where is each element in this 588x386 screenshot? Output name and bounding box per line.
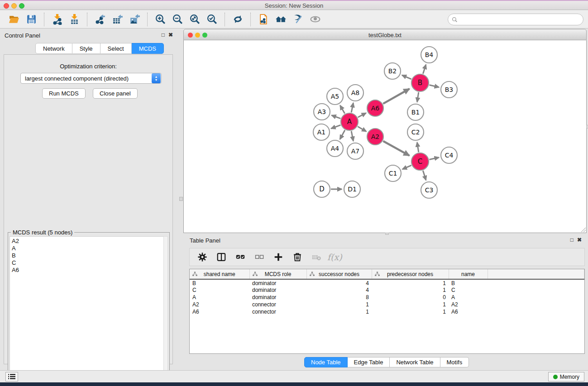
graph-node-C1[interactable]: C1	[385, 165, 401, 181]
select-all-columns-icon[interactable]	[232, 250, 249, 264]
tab-motifs[interactable]: Motifs	[440, 357, 469, 367]
tab-select[interactable]: Select	[100, 43, 132, 54]
column-header[interactable]: MCDS role	[249, 269, 306, 279]
table-cell[interactable]: 1	[306, 301, 372, 308]
import-network-icon[interactable]	[48, 12, 66, 27]
network-from-selection-icon[interactable]	[255, 12, 272, 27]
tab-network-table[interactable]: Network Table	[390, 357, 440, 367]
show-details-eye-icon[interactable]	[306, 12, 324, 27]
graph-edge[interactable]	[423, 65, 425, 74]
graph-node-A6[interactable]: A6	[367, 100, 383, 116]
close-panel-button[interactable]: Close panel	[93, 88, 138, 99]
graph-node-D1[interactable]: D1	[344, 181, 360, 197]
table-cell[interactable]: 1	[372, 301, 449, 308]
graph-edge[interactable]	[423, 171, 426, 180]
table-cell[interactable]: 8	[306, 294, 372, 301]
graph-node-A4[interactable]: A4	[327, 140, 343, 157]
table-cell[interactable]: C	[449, 286, 488, 294]
table-cell[interactable]: B	[449, 279, 488, 286]
tab-network[interactable]: Network	[35, 43, 72, 54]
import-table-icon[interactable]	[66, 12, 83, 27]
table-cell[interactable]: A6	[449, 308, 488, 315]
tab-node-table[interactable]: Node Table	[304, 357, 348, 367]
mcds-result-item[interactable]: A	[12, 245, 164, 252]
column-header[interactable]: name	[449, 269, 488, 279]
graph-node-A[interactable]: A	[341, 113, 358, 130]
table-cell[interactable]: A2	[190, 301, 249, 308]
network-graph[interactable]: B4B2BB3A8A5A6A3B1AA1C2A2A4A7C4CC1DD1C3	[184, 40, 586, 232]
graph-edge[interactable]	[331, 125, 341, 129]
graph-edge[interactable]	[402, 75, 411, 79]
table-cell[interactable]: A6	[190, 308, 249, 315]
column-header[interactable]: shared name	[190, 269, 249, 279]
show-column-panel-icon[interactable]	[213, 250, 229, 264]
deselect-all-columns-icon[interactable]	[251, 250, 268, 264]
graph-node-B4[interactable]: B4	[421, 47, 437, 63]
tab-style[interactable]: Style	[72, 43, 100, 54]
criterion-dropdown[interactable]: largest connected component (directed) ▲…	[20, 73, 162, 84]
graph-node-A5[interactable]: A5	[327, 88, 343, 105]
tab-mcds[interactable]: MCDS	[132, 43, 164, 54]
table-cell[interactable]: dominator	[249, 279, 306, 286]
graph-edge[interactable]	[351, 131, 353, 141]
graph-node-B1[interactable]: B1	[407, 104, 424, 120]
tab-edge-table[interactable]: Edge Table	[348, 357, 390, 367]
table-row[interactable]: A6connector11A6	[190, 308, 584, 315]
table-cell[interactable]: connector	[249, 301, 306, 308]
mcds-result-item[interactable]: B	[12, 252, 164, 259]
panel-splitter-handle[interactable]	[179, 197, 183, 201]
mcds-result-item[interactable]: A2	[12, 238, 164, 245]
window-resize-grip[interactable]	[580, 227, 586, 232]
mcds-result-item[interactable]: A6	[12, 267, 164, 274]
memory-button[interactable]: Memory	[548, 372, 584, 381]
graph-edge[interactable]	[383, 141, 409, 156]
graph-node-B3[interactable]: B3	[441, 81, 457, 98]
graph-edge[interactable]	[430, 157, 439, 160]
export-table-icon[interactable]	[109, 12, 126, 27]
delete-column-trash-icon[interactable]	[289, 250, 306, 264]
graph-node-C4[interactable]: C4	[441, 147, 457, 163]
table-cell[interactable]: C	[190, 286, 249, 294]
create-column-plus-icon[interactable]	[270, 250, 287, 264]
table-cell[interactable]: 1	[372, 279, 449, 286]
export-image-icon[interactable]	[126, 12, 143, 27]
mcds-result-list[interactable]: A2ABCA6	[10, 236, 164, 385]
column-header[interactable]: successor nodes	[306, 269, 372, 279]
graph-edge[interactable]	[358, 127, 366, 132]
graph-edge[interactable]	[340, 105, 344, 114]
graph-edge[interactable]	[332, 115, 341, 119]
table-cell[interactable]: dominator	[249, 286, 306, 294]
table-cell[interactable]: 1	[372, 308, 449, 315]
graph-edge[interactable]	[417, 143, 418, 152]
zoom-in-icon[interactable]	[152, 12, 169, 27]
float-panel-icon[interactable]: □	[162, 32, 165, 38]
table-row[interactable]: Bdominator41B	[190, 279, 584, 286]
network-canvas[interactable]: B4B2BB3A8A5A6A3B1AA1C2A2A4A7C4CC1DD1C3	[183, 40, 587, 233]
table-cell[interactable]: A2	[449, 301, 488, 308]
zoom-fit-icon[interactable]	[186, 12, 203, 27]
search-input[interactable]	[458, 15, 583, 24]
task-history-list-icon[interactable]	[5, 372, 18, 381]
save-session-icon[interactable]	[23, 12, 40, 27]
network-window-titlebar[interactable]: testGlobe.txt	[183, 29, 587, 40]
table-cell[interactable]: 4	[306, 286, 372, 294]
graph-edge[interactable]	[402, 165, 411, 169]
graph-node-A1[interactable]: A1	[313, 124, 330, 140]
home-icon[interactable]	[272, 12, 289, 27]
graph-edge[interactable]	[429, 85, 439, 87]
graph-node-B[interactable]: B	[411, 74, 429, 91]
mcds-result-item[interactable]: C	[12, 259, 164, 267]
graph-edge[interactable]	[351, 103, 353, 113]
table-cell[interactable]: dominator	[249, 294, 306, 301]
close-table-panel-icon[interactable]: ✖	[577, 237, 582, 243]
graph-edge[interactable]	[358, 113, 366, 118]
zoom-out-icon[interactable]	[169, 12, 186, 27]
graph-node-D[interactable]: D	[314, 181, 330, 197]
graph-node-C3[interactable]: C3	[421, 182, 437, 198]
graph-node-C2[interactable]: C2	[407, 124, 424, 140]
close-panel-icon[interactable]: ✖	[168, 32, 173, 38]
apply-layout-icon[interactable]	[229, 12, 246, 27]
graph-node-A8[interactable]: A8	[347, 85, 363, 101]
graph-edge[interactable]	[340, 130, 345, 139]
table-cell[interactable]: A	[190, 294, 249, 301]
